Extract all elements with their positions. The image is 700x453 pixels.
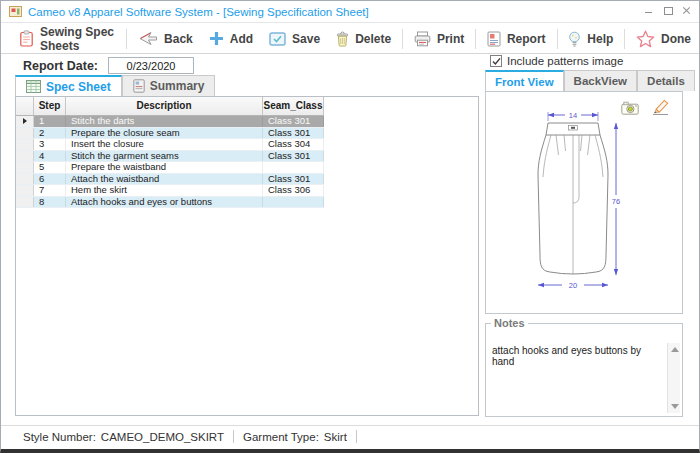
include-patterns-checkbox[interactable]: Include patterns image xyxy=(490,55,623,67)
report-date-input[interactable] xyxy=(108,57,194,74)
table-header-row: Step Description Seam_Class xyxy=(16,97,324,116)
cell-step[interactable]: 1 xyxy=(34,116,66,127)
cell-seam-class[interactable]: Class 301 xyxy=(263,128,324,139)
cell-seam-class[interactable]: Class 304 xyxy=(263,139,324,150)
save-button[interactable]: Save xyxy=(261,29,328,49)
notes-textarea[interactable]: attach hooks and eyes buttons by hand xyxy=(489,343,665,413)
column-header-step[interactable]: Step xyxy=(34,97,66,115)
report-button[interactable]: Report xyxy=(479,28,554,50)
spec-table: Step Description Seam_Class 1 Stitch the… xyxy=(16,97,324,208)
back-button[interactable]: Back xyxy=(130,28,201,49)
table-row[interactable]: 7 Hem the skirt Class 306 xyxy=(16,185,324,197)
cell-seam-class[interactable]: Class 301 xyxy=(263,116,324,127)
app-window: Cameo v8 Apparel Software System - [Sewi… xyxy=(0,0,700,453)
cell-step[interactable]: 7 xyxy=(34,185,66,196)
row-selector[interactable] xyxy=(16,185,34,196)
sewing-spec-sheets-button[interactable]: Sewing Spec Sheets xyxy=(11,22,123,56)
row-selector[interactable] xyxy=(16,197,34,208)
row-selector[interactable] xyxy=(16,116,34,127)
table-row[interactable]: 1 Stitch the darts Class 301 xyxy=(16,116,324,128)
row-selector[interactable] xyxy=(16,151,34,162)
cell-seam-class[interactable] xyxy=(263,162,324,173)
cell-step[interactable]: 6 xyxy=(34,174,66,185)
cell-step[interactable]: 2 xyxy=(34,128,66,139)
toolbar-separator xyxy=(624,29,625,49)
header-selector-cell xyxy=(16,97,34,115)
toolbar-separator xyxy=(475,29,476,49)
table-row[interactable]: 8 Attach hooks and eyes or buttons xyxy=(16,197,324,209)
add-button[interactable]: Add xyxy=(201,28,261,49)
row-selector[interactable] xyxy=(16,128,34,139)
cell-seam-class[interactable] xyxy=(263,197,324,208)
table-row[interactable]: 6 Attach the waistband Class 301 xyxy=(16,174,324,186)
button-label: Report xyxy=(507,32,546,46)
current-row-arrow-icon xyxy=(23,118,27,124)
tab-back-view[interactable]: BackView xyxy=(564,70,638,91)
cell-description[interactable]: Stitch the darts xyxy=(66,116,263,127)
scroll-down-icon[interactable] xyxy=(671,404,679,409)
front-view-panel: 14 76 xyxy=(485,91,683,314)
row-selector[interactable] xyxy=(16,174,34,185)
print-button[interactable]: Print xyxy=(406,28,472,50)
row-selector[interactable] xyxy=(16,162,34,173)
notes-scrollbar[interactable] xyxy=(667,343,680,413)
tab-front-view[interactable]: Front View xyxy=(485,70,564,91)
tab-details[interactable]: Details xyxy=(637,70,695,91)
column-header-description[interactable]: Description xyxy=(66,97,263,115)
summary-document-icon xyxy=(133,79,145,93)
table-row[interactable]: 2 Prepare the closure seam Class 301 xyxy=(16,128,324,140)
scroll-up-icon[interactable] xyxy=(671,347,679,352)
cell-description[interactable]: Prepare the closure seam xyxy=(66,128,263,139)
toolbar-separator xyxy=(557,29,558,49)
status-separator xyxy=(356,430,357,443)
tab-summary[interactable]: Summary xyxy=(122,75,216,96)
done-button[interactable]: Done xyxy=(628,27,699,51)
cell-seam-class[interactable]: Class 301 xyxy=(263,151,324,162)
tab-label: Details xyxy=(647,75,685,87)
cell-step[interactable]: 5 xyxy=(34,162,66,173)
cell-step[interactable]: 3 xyxy=(34,139,66,150)
report-date-label: Report Date: xyxy=(23,59,98,73)
left-tab-strip: Spec Sheet Summary xyxy=(15,75,215,96)
notes-section: Notes attach hooks and eyes buttons by h… xyxy=(485,317,683,417)
waist-dimension-label: 14 xyxy=(569,111,577,120)
clipboard-icon xyxy=(19,30,34,47)
cell-description[interactable]: Attach the waistband xyxy=(66,174,263,185)
star-icon xyxy=(636,30,655,48)
tab-spec-sheet[interactable]: Spec Sheet xyxy=(15,75,122,96)
spec-sheet-panel: Step Description Seam_Class 1 Stitch the… xyxy=(15,96,479,416)
column-header-seam-class[interactable]: Seam_Class xyxy=(263,97,324,115)
tab-label: Spec Sheet xyxy=(46,80,111,94)
notes-legend: Notes xyxy=(491,317,528,329)
delete-button[interactable]: Delete xyxy=(328,28,399,50)
cell-description[interactable]: Hem the skirt xyxy=(66,185,263,196)
window-title: Cameo v8 Apparel Software System - [Sewi… xyxy=(28,6,369,18)
main-toolbar: Sewing Spec Sheets Back Add xyxy=(1,24,699,54)
checkbox-checked-icon xyxy=(490,55,502,67)
table-row[interactable]: 3 Insert the closure Class 304 xyxy=(16,139,324,151)
help-button[interactable]: Help xyxy=(560,28,621,50)
cell-description[interactable]: Insert the closure xyxy=(66,139,263,150)
save-check-icon xyxy=(269,32,286,46)
cell-seam-class[interactable]: Class 306 xyxy=(263,185,324,196)
row-selector[interactable] xyxy=(16,139,34,150)
style-number-value: CAMEO_DEMO_SKIRT xyxy=(101,431,224,443)
button-label: Delete xyxy=(355,32,391,46)
include-patterns-label: Include patterns image xyxy=(507,55,623,67)
fly-placket-line xyxy=(573,135,579,203)
cell-description[interactable]: Stitch the garment seams xyxy=(66,151,263,162)
cell-step[interactable]: 4 xyxy=(34,151,66,162)
maximize-icon[interactable] xyxy=(663,6,672,15)
garment-type-value: Skirt xyxy=(324,431,347,443)
table-row[interactable]: 4 Stitch the garment seams Class 301 xyxy=(16,151,324,163)
table-row[interactable]: 5 Prepare the waistband xyxy=(16,162,324,174)
toolbar-separator xyxy=(126,29,127,49)
title-bar: Cameo v8 Apparel Software System - [Sewi… xyxy=(1,1,699,23)
close-icon[interactable] xyxy=(682,6,691,15)
hem-dimension-label: 20 xyxy=(569,281,577,290)
cell-description[interactable]: Prepare the waistband xyxy=(66,162,263,173)
minimize-icon[interactable] xyxy=(644,6,653,15)
cell-description[interactable]: Attach hooks and eyes or buttons xyxy=(66,197,263,208)
cell-seam-class[interactable]: Class 301 xyxy=(263,174,324,185)
cell-step[interactable]: 8 xyxy=(34,197,66,208)
